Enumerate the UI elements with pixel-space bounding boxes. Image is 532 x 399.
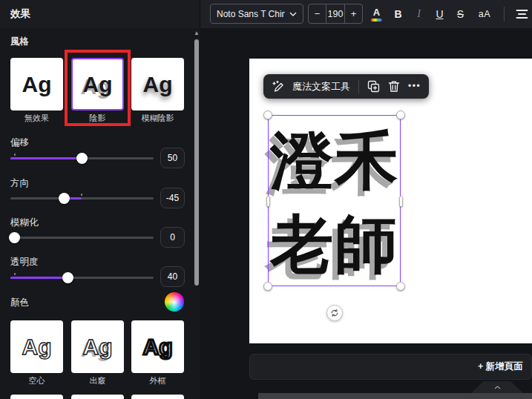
strikethrough-button[interactable]: S (456, 8, 465, 20)
effects-panel-header: 效果 (0, 0, 200, 28)
effects-sidebar: 風格 Ag Ag Ag 無效果 陰影 模糊陰影 偏移 50 方向 -45 模糊化… (0, 28, 200, 399)
style-tile-none[interactable]: Ag (10, 58, 63, 111)
color-label: 顏色 (10, 297, 29, 309)
font-size-increase-button[interactable]: + (345, 4, 362, 23)
style-section-title: 風格 (10, 36, 29, 48)
style-tile-hollow[interactable]: Ag (10, 320, 63, 373)
blur-slider-label: 模糊化 (10, 217, 39, 229)
offset-slider-fill (10, 157, 82, 159)
direction-slider-thumb[interactable] (59, 193, 70, 204)
rainbow-color-bar (371, 19, 382, 22)
trash-icon[interactable] (388, 80, 400, 93)
font-selector[interactable]: Noto Sans T Chin... (210, 4, 303, 24)
transparency-slider-label: 透明度 (10, 256, 39, 268)
offset-slider-label: 偏移 (10, 136, 29, 149)
style-label-outline: 外框 (131, 375, 184, 386)
blur-slider[interactable] (10, 237, 154, 239)
resize-handle-right[interactable] (399, 196, 403, 207)
text-toolbar: Noto Sans T Chin... − 190 + A B I U S aA (200, 0, 532, 28)
text-color-letter: A (373, 7, 380, 17)
duplicate-icon[interactable] (367, 80, 380, 93)
transparency-slider[interactable] (10, 277, 154, 279)
resize-handle-left[interactable] (266, 196, 270, 207)
style-sample-outline: Ag (143, 336, 173, 358)
resize-handle-bottom-left[interactable] (263, 282, 272, 291)
underline-button[interactable]: U (435, 8, 444, 20)
floating-toolbar: 魔法文案工具 ••• (263, 74, 429, 99)
offset-slider[interactable] (10, 157, 154, 159)
toolbar-divider (504, 7, 505, 22)
letter-case-button[interactable]: aA (476, 9, 493, 19)
style-label-shadow: 陰影 (71, 113, 124, 124)
format-buttons: A B I U S aA (371, 0, 532, 28)
style-sample-splice: Ag (83, 336, 113, 358)
style-tile-shadow[interactable]: Ag (71, 58, 124, 111)
add-page-label: + 新增頁面 (478, 355, 523, 379)
style-label-splice: 出竅 (71, 375, 124, 386)
magic-write-icon[interactable] (272, 80, 284, 93)
magic-write-label[interactable]: 魔法文案工具 (292, 80, 350, 93)
text-color-button[interactable]: A (371, 7, 382, 22)
direction-zero-tick (81, 194, 82, 196)
resize-handle-top-left[interactable] (263, 111, 272, 119)
chevron-down-icon (289, 12, 297, 16)
more-options-icon[interactable]: ••• (408, 74, 421, 99)
font-size-decrease-button[interactable]: − (309, 4, 326, 23)
style-label-hollow: 空心 (10, 375, 63, 386)
transparency-slider-thumb[interactable] (62, 272, 73, 283)
panel-title: 效果 (10, 0, 30, 28)
rotate-handle[interactable] (326, 305, 343, 321)
style-tile-row3-3[interactable] (131, 395, 184, 399)
font-size-value[interactable]: 190 (326, 4, 345, 23)
transparency-slider-fill (10, 277, 68, 279)
blur-value[interactable]: 0 (160, 227, 185, 248)
scrollbar-up-arrow[interactable]: ▲ (193, 30, 200, 37)
style-tile-outline[interactable]: Ag (131, 320, 184, 373)
style-tile-blur-shadow[interactable]: Ag (131, 58, 184, 111)
blur-slider-thumb[interactable] (9, 232, 20, 243)
collapse-panel-tab[interactable] (471, 381, 523, 393)
style-label-blur-shadow: 模糊陰影 (131, 113, 184, 124)
style-label-none: 無效果 (10, 113, 63, 124)
direction-value[interactable]: -45 (160, 188, 185, 208)
top-bar: 效果 Noto Sans T Chin... − 190 + A B I U S… (0, 0, 532, 28)
floating-toolbar-divider (358, 80, 359, 93)
style-sample-blur-shadow: Ag (143, 73, 173, 96)
offset-default-tick (14, 154, 16, 156)
bold-button[interactable]: B (393, 8, 403, 20)
text-selection-box[interactable] (268, 115, 401, 286)
canvas-area: 澄禾 老師 魔法文案工具 (200, 28, 532, 399)
transparency-value[interactable]: 40 (160, 266, 185, 287)
style-tile-row3-2[interactable] (71, 395, 124, 399)
style-tile-row3-1[interactable] (10, 395, 63, 399)
italic-button[interactable]: I (414, 8, 424, 20)
color-wheel-swatch[interactable] (165, 292, 184, 311)
direction-slider-label: 方向 (10, 177, 29, 190)
style-sample-hollow: Ag (22, 336, 52, 358)
transparency-default-tick (14, 273, 16, 275)
offset-slider-thumb[interactable] (76, 153, 88, 164)
style-sample-shadow: Ag (83, 73, 113, 96)
page-manager-strip[interactable] (258, 393, 532, 399)
direction-slider[interactable] (10, 197, 154, 200)
resize-handle-bottom-right[interactable] (396, 282, 405, 291)
style-sample-none: Ag (22, 73, 52, 96)
style-tile-splice[interactable]: Ag (71, 320, 124, 373)
font-size-control: − 190 + (308, 4, 363, 24)
add-page-button[interactable]: + 新增頁面 (249, 354, 532, 380)
font-name: Noto Sans T Chin... (217, 9, 285, 19)
sidebar-scrollbar[interactable] (194, 39, 199, 286)
text-align-icon[interactable] (516, 9, 528, 19)
offset-value[interactable]: 50 (160, 148, 185, 168)
resize-handle-top-right[interactable] (396, 111, 405, 119)
